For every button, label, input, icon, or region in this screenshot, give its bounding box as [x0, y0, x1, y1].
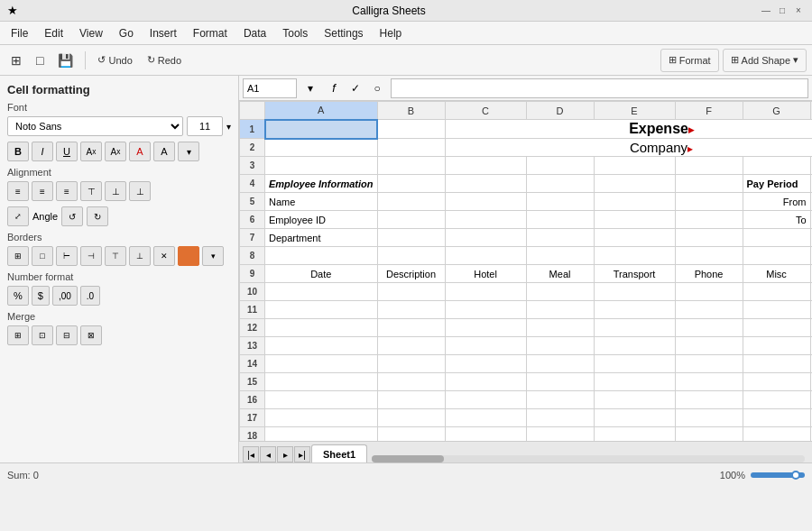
row-header-7[interactable]: 7: [240, 229, 265, 247]
menu-item-format[interactable]: Format: [186, 25, 235, 41]
border-right-btn[interactable]: ⊣: [80, 246, 102, 266]
cell-E14[interactable]: [594, 355, 675, 373]
col-header-A[interactable]: A: [265, 102, 378, 120]
menu-item-help[interactable]: Help: [373, 25, 410, 41]
cell-D8[interactable]: [526, 247, 594, 265]
undo-btn[interactable]: ↺ Undo: [92, 49, 137, 72]
cell-A12[interactable]: [265, 319, 378, 337]
cell-F9[interactable]: Phone: [675, 265, 743, 283]
menu-item-insert[interactable]: Insert: [143, 25, 184, 41]
angle-cw-btn[interactable]: ↻: [87, 206, 108, 226]
border-more-btn[interactable]: ▾: [202, 246, 224, 266]
cell-C9[interactable]: Hotel: [445, 265, 526, 283]
cell-ref-expand-btn[interactable]: ▾: [300, 78, 320, 98]
row-header-18[interactable]: 18: [240, 427, 265, 442]
new-btn[interactable]: □: [31, 49, 49, 72]
grid-container[interactable]: A B C D E F G H 1Expense▸2Company▸34Empl…: [239, 101, 812, 441]
cell-F16[interactable]: [675, 391, 743, 409]
cell-C10[interactable]: [445, 283, 526, 301]
font-size-chevron[interactable]: ▾: [226, 122, 231, 132]
cell-F11[interactable]: [675, 301, 743, 319]
cell-F7[interactable]: [675, 229, 743, 247]
row-header-9[interactable]: 9: [240, 265, 265, 283]
cell-A13[interactable]: [265, 337, 378, 355]
row-header-10[interactable]: 10: [240, 283, 265, 301]
cell-G5[interactable]: From: [743, 193, 810, 211]
superscript-btn[interactable]: Ax: [105, 142, 126, 161]
merge-all-btn[interactable]: ⊞: [7, 325, 29, 345]
cell-G3[interactable]: [743, 157, 810, 175]
cell-E3[interactable]: [594, 157, 675, 175]
zoom-slider[interactable]: [751, 472, 805, 478]
cell-E13[interactable]: [594, 337, 675, 355]
cell-A15[interactable]: [265, 373, 378, 391]
toolbar-icon-btn[interactable]: ⊞: [5, 49, 27, 72]
col-header-F[interactable]: F: [675, 102, 743, 120]
formula-input[interactable]: [391, 78, 808, 98]
add-shape-btn[interactable]: ⊞ Add Shape ▾: [723, 49, 807, 72]
sheet-tab-sheet1[interactable]: Sheet1: [311, 444, 367, 462]
italic-btn[interactable]: I: [32, 142, 53, 161]
border-bottom-btn[interactable]: ⊥: [129, 246, 151, 266]
cell-F14[interactable]: [675, 355, 743, 373]
sheet-nav-first[interactable]: |◂: [243, 446, 259, 462]
zoom-thumb[interactable]: [791, 471, 800, 480]
cell-B14[interactable]: [377, 355, 445, 373]
cell-A14[interactable]: [265, 355, 378, 373]
cell-F10[interactable]: [675, 283, 743, 301]
cell-B6[interactable]: [377, 211, 445, 229]
cell-G4[interactable]: Pay Period: [743, 175, 810, 193]
merge-v-btn[interactable]: ⊟: [56, 325, 78, 345]
align-bottom-btn[interactable]: ⊥: [129, 181, 151, 201]
cell-C15[interactable]: [445, 373, 526, 391]
row-header-5[interactable]: 5: [240, 193, 265, 211]
cell-E8[interactable]: [594, 247, 675, 265]
row-header-16[interactable]: 16: [240, 391, 265, 409]
cell-C16[interactable]: [445, 391, 526, 409]
cell-A5[interactable]: Name: [265, 193, 378, 211]
cell-B2[interactable]: [377, 139, 445, 157]
cell-C3[interactable]: [445, 157, 526, 175]
underline-btn[interactable]: U: [56, 142, 78, 161]
border-color-btn[interactable]: [178, 246, 199, 266]
cell-A3[interactable]: [265, 157, 378, 175]
menu-item-tools[interactable]: Tools: [275, 25, 315, 41]
cell-C11[interactable]: [445, 301, 526, 319]
cell-D5[interactable]: [526, 193, 594, 211]
decimal-btn[interactable]: .0: [80, 286, 100, 306]
row-header-8[interactable]: 8: [240, 247, 265, 265]
cell-A6[interactable]: Employee ID: [265, 211, 378, 229]
cell-A8[interactable]: [265, 247, 378, 265]
cell-G7[interactable]: [743, 229, 810, 247]
cell-D12[interactable]: [526, 319, 594, 337]
row-header-11[interactable]: 11: [240, 301, 265, 319]
maximize-btn[interactable]: □: [776, 5, 789, 17]
cell-E4[interactable]: [594, 175, 675, 193]
cell-D11[interactable]: [526, 301, 594, 319]
cell-D14[interactable]: [526, 355, 594, 373]
cell-E10[interactable]: [594, 283, 675, 301]
cell-F17[interactable]: [675, 409, 743, 427]
cell-A11[interactable]: [265, 301, 378, 319]
cell-C17[interactable]: [445, 409, 526, 427]
cell-A9[interactable]: Date: [265, 265, 378, 283]
cell-C12[interactable]: [445, 319, 526, 337]
row-header-15[interactable]: 15: [240, 373, 265, 391]
cell-A18[interactable]: [265, 427, 378, 442]
strikethrough-btn[interactable]: Ax: [80, 142, 102, 161]
cell-C13[interactable]: [445, 337, 526, 355]
cell-B13[interactable]: [377, 337, 445, 355]
col-header-C[interactable]: C: [445, 102, 526, 120]
redo-btn[interactable]: ↻ Redo: [142, 49, 187, 72]
cell-A7[interactable]: Department: [265, 229, 378, 247]
formula-func-btn[interactable]: f: [324, 78, 344, 98]
cell-F13[interactable]: [675, 337, 743, 355]
cell-F5[interactable]: [675, 193, 743, 211]
cell-G6[interactable]: To: [743, 211, 810, 229]
cell-B1[interactable]: [377, 120, 445, 139]
border-none-btn[interactable]: ✕: [153, 246, 175, 266]
cell-F18[interactable]: [675, 427, 743, 442]
cell-E15[interactable]: [594, 373, 675, 391]
cell-B17[interactable]: [377, 409, 445, 427]
cell-D15[interactable]: [526, 373, 594, 391]
